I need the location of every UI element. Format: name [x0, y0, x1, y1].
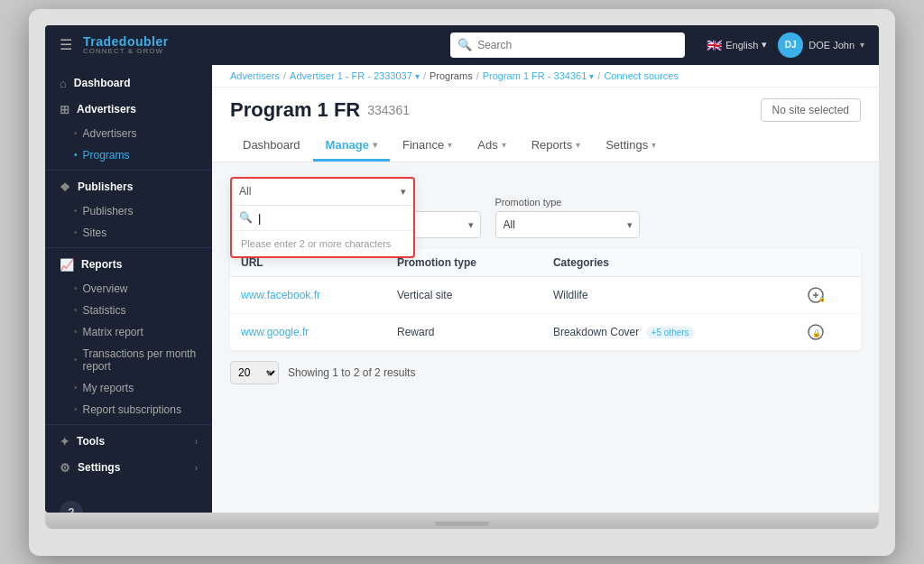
sidebar-item-reports[interactable]: 📈 Reports	[45, 252, 212, 278]
sidebar-label-reports: Reports	[81, 258, 122, 271]
sidebar-item-dashboard[interactable]: ⌂ Dashboard	[45, 70, 212, 97]
no-site-button[interactable]: No site selected	[761, 98, 861, 122]
publisher-select-chevron-icon: ▾	[401, 186, 406, 198]
language-label: English	[725, 40, 758, 51]
content-body: Publisher name or Id All ▾ 🔍	[212, 162, 879, 399]
settings-gear-icon: ⚙	[60, 461, 70, 475]
finance-tab-arrow-icon: ▾	[448, 140, 452, 150]
sidebar-sub-advertisers[interactable]: Advertisers	[45, 123, 212, 144]
sidebar-sub-label-advertisers: Advertisers	[83, 127, 137, 140]
breadcrumb-program[interactable]: Program 1 FR - 334361 ▾	[483, 70, 595, 81]
pagination-info: Showing 1 to 2 of 2 results	[288, 366, 415, 379]
sidebar-sub-matrix[interactable]: Matrix report	[45, 321, 212, 343]
sidebar-sub-label-matrix: Matrix report	[83, 326, 143, 338]
row1-action-icon[interactable]: 🔒	[805, 284, 827, 306]
logo-sub: CONNECT & GROW	[83, 48, 169, 55]
help-button[interactable]: ?	[60, 501, 83, 513]
sidebar-item-publishers[interactable]: ❖ Publishers	[45, 174, 212, 200]
logo: Tradedoubler CONNECT & GROW	[83, 35, 169, 55]
advertisers-icon: ⊞	[60, 103, 69, 116]
breadcrumb-sep-4: /	[597, 70, 600, 81]
main-content: Advertisers / Advertiser 1 - FR - 233303…	[212, 65, 879, 513]
sidebar-sub-myreports[interactable]: My reports	[45, 377, 212, 399]
sidebar-sub-label-sites: Sites	[83, 227, 107, 239]
tab-reports[interactable]: Reports ▾	[519, 131, 594, 162]
publisher-search-input[interactable]	[258, 211, 410, 225]
sidebar-sub-label-overview: Overview	[83, 282, 128, 295]
breadcrumb: Advertisers / Advertiser 1 - FR - 233303…	[212, 65, 879, 88]
avatar: DJ	[778, 32, 803, 58]
publisher-dropdown: All ▾ 🔍 Please enter 2 or more character…	[230, 177, 415, 258]
reports-icon: 📈	[60, 258, 74, 272]
menu-icon[interactable]: ☰	[60, 36, 72, 53]
tools-icon: ✦	[60, 435, 69, 448]
row1-promotion: Vertical site	[386, 276, 542, 313]
sidebar-sub-label-transactions: Transactions per month report	[83, 347, 198, 373]
sidebar-item-advertisers[interactable]: ⊞ Advertisers	[45, 97, 212, 123]
logo-text: Tradedoubler	[83, 35, 169, 48]
tab-ads[interactable]: Ads ▾	[465, 131, 518, 162]
promotion-filter-group: Promotion type All	[495, 197, 640, 238]
sidebar-sub-sites[interactable]: Sites	[45, 222, 212, 244]
flag-icon: 🇬🇧	[707, 38, 722, 52]
page-title-text: Program 1 FR	[230, 98, 360, 122]
sidebar-label-publishers: Publishers	[78, 180, 133, 193]
col-header-actions	[794, 249, 861, 277]
sidebar-item-tools[interactable]: ✦ Tools ›	[45, 429, 212, 455]
publisher-search-hint: Please enter 2 or more characters	[232, 231, 413, 256]
breadcrumb-advertiser1[interactable]: Advertiser 1 - FR - 2333037 ▾	[290, 70, 420, 81]
sidebar-sub-label-statistics: Statistics	[83, 304, 126, 317]
breadcrumb-advertisers[interactable]: Advertisers	[230, 70, 280, 81]
breadcrumb-sep-2: /	[423, 70, 426, 81]
breadcrumb-sep-3: /	[476, 70, 479, 81]
user-name[interactable]: DOE John	[808, 40, 855, 51]
promotion-filter-select[interactable]: All	[495, 211, 640, 238]
tab-settings[interactable]: Settings ▾	[593, 131, 669, 162]
breadcrumb-sep-1: /	[283, 70, 286, 81]
page-title-id: 334361	[367, 103, 410, 117]
sidebar-sub-label-myreports: My reports	[83, 382, 134, 394]
sidebar-label-advertisers: Advertisers	[77, 103, 136, 116]
sidebar-sub-subscriptions[interactable]: Report subscriptions	[45, 399, 212, 421]
sidebar-sub-label-publishers: Publishers	[83, 205, 134, 217]
search-input[interactable]	[477, 39, 678, 51]
sidebar-label-tools: Tools	[77, 435, 105, 448]
row2-action-icon[interactable]: 🔒	[805, 321, 827, 343]
sidebar-sub-programs[interactable]: Programs	[45, 144, 212, 166]
data-table: URL Promotion type Categories www.facebo…	[230, 249, 861, 350]
search-icon: 🔍	[457, 38, 472, 51]
per-page-select[interactable]: 20 50 100	[230, 361, 279, 384]
promotion-filter-label: Promotion type	[495, 197, 640, 208]
publisher-search-icon: 🔍	[239, 211, 253, 224]
tabs-bar: Dashboard Manage ▾ Finance ▾ Ads ▾ Repor…	[230, 131, 861, 162]
row2-categories: Breakdown Cover +5 others	[542, 313, 794, 350]
page-title: Program 1 FR 334361	[230, 98, 410, 122]
row2-promotion: Reward	[386, 313, 542, 350]
sidebar-sub-transactions[interactable]: Transactions per month report	[45, 343, 212, 377]
tab-dashboard[interactable]: Dashboard	[230, 131, 313, 162]
publisher-select-bar[interactable]: All ▾	[232, 179, 413, 206]
breadcrumb-connect-sources[interactable]: Connect sources	[604, 70, 679, 81]
publisher-search-row: 🔍	[232, 206, 413, 231]
sidebar-sub-publishers[interactable]: Publishers	[45, 200, 212, 222]
svg-text:🔒: 🔒	[818, 294, 824, 302]
sidebar-item-settings[interactable]: ⚙ Settings ›	[45, 455, 212, 481]
row2-url[interactable]: www.google.fr	[241, 326, 309, 338]
tab-finance[interactable]: Finance ▾	[390, 131, 465, 162]
lang-chevron-icon: ▾	[762, 39, 767, 51]
publishers-icon: ❖	[60, 180, 70, 194]
ads-tab-arrow-icon: ▾	[502, 140, 506, 150]
user-chevron-icon: ▾	[860, 40, 864, 50]
tab-manage[interactable]: Manage ▾	[313, 131, 390, 162]
sidebar-sub-statistics[interactable]: Statistics	[45, 300, 212, 321]
filter-row: Publisher name or Id All ▾ 🔍	[230, 177, 861, 238]
sidebar-sub-overview[interactable]: Overview	[45, 278, 212, 300]
table-row: www.google.fr Reward Breakdown Cover +5 …	[230, 313, 861, 350]
publisher-select-value: All	[239, 185, 401, 198]
breadcrumb-programs: Programs	[430, 70, 473, 81]
row2-extra-tag: +5 others	[646, 327, 695, 338]
page-header: Program 1 FR 334361 No site selected Das…	[212, 88, 879, 162]
home-icon: ⌂	[60, 77, 67, 90]
language-selector[interactable]: 🇬🇧 English ▾	[707, 38, 767, 52]
row1-url[interactable]: www.facebook.fr	[241, 289, 320, 301]
